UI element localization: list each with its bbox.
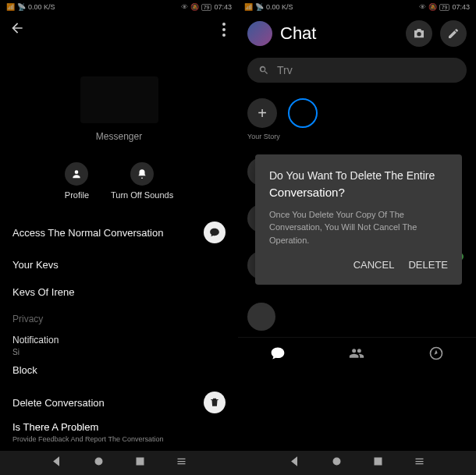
clock: 07:43 bbox=[452, 3, 470, 11]
chat-bubble-icon bbox=[204, 222, 226, 243]
my-avatar[interactable] bbox=[247, 21, 272, 46]
bell-icon bbox=[130, 162, 154, 186]
net-speed: 0.00 K/S bbox=[266, 3, 293, 11]
chat-item[interactable] bbox=[238, 296, 476, 337]
battery-icon: 79 bbox=[201, 4, 212, 11]
edit-button[interactable] bbox=[440, 20, 467, 47]
keys-of-row[interactable]: Kevs Of Irene bbox=[12, 278, 226, 306]
nav-chats[interactable] bbox=[270, 346, 286, 364]
left-screen: 📶 📡 0.00 K/S 👁 🔕 79 07:43 Messenger bbox=[0, 0, 238, 451]
add-story-button[interactable]: + bbox=[247, 98, 277, 128]
avatar bbox=[247, 303, 275, 331]
dialog-body: Once You Delete Your Copy Of The Convers… bbox=[269, 208, 448, 247]
app-label: Messenger bbox=[0, 131, 238, 142]
notification-row[interactable]: Notification Si bbox=[12, 332, 226, 356]
nav-recent[interactable] bbox=[134, 456, 146, 470]
svg-point-4 bbox=[333, 458, 340, 465]
status-bar: 📶 📡 0.00 K/S 👁 🔕 79 07:43 bbox=[0, 0, 238, 14]
your-story-label: Your Story bbox=[247, 133, 280, 140]
nav-discover[interactable] bbox=[428, 346, 444, 364]
more-options-button[interactable] bbox=[219, 19, 229, 40]
mute-icon: 🔕 bbox=[190, 3, 199, 11]
block-row[interactable]: Block bbox=[12, 356, 226, 384]
delete-button[interactable]: DELETE bbox=[408, 259, 448, 271]
access-conversation-row[interactable]: Access The Normal Conversation bbox=[12, 214, 226, 251]
your-keys-row[interactable]: Your Kevs bbox=[12, 251, 226, 278]
person-icon bbox=[65, 162, 88, 186]
report-problem-row[interactable]: Is There A Problem Provide Feedback And … bbox=[12, 421, 226, 443]
signal-icon: 📶 bbox=[6, 3, 15, 11]
svg-point-2 bbox=[95, 458, 102, 465]
system-nav bbox=[0, 451, 238, 475]
nav-back[interactable] bbox=[52, 456, 63, 470]
delete-dialog: Do You Want To Delete The Entire Convers… bbox=[255, 154, 462, 285]
svg-rect-5 bbox=[375, 458, 382, 465]
system-nav bbox=[238, 451, 476, 475]
battery-icon: 79 bbox=[439, 4, 450, 11]
dialog-title-line1: Do You Want To Delete The Entire bbox=[269, 168, 448, 184]
camera-button[interactable] bbox=[406, 20, 432, 47]
sounds-action[interactable]: Turn Off Sounds bbox=[111, 162, 173, 200]
status-bar: 📶 📡 0.00 K/S 👁 🔕 79 07:43 bbox=[238, 0, 476, 14]
eye-icon: 👁 bbox=[181, 3, 188, 11]
wifi-icon: 📡 bbox=[255, 3, 264, 11]
signal-icon: 📶 bbox=[244, 3, 253, 11]
right-screen: 📶 📡 0.00 K/S 👁 🔕 79 07:43 Chat Trv + bbox=[238, 0, 476, 451]
nav-menu[interactable] bbox=[176, 456, 187, 470]
net-speed: 0.00 K/S bbox=[28, 3, 55, 11]
trash-icon bbox=[204, 392, 226, 413]
story-item[interactable] bbox=[288, 98, 318, 128]
cancel-button[interactable]: CANCEL bbox=[353, 259, 395, 271]
nav-people[interactable] bbox=[349, 346, 364, 364]
profile-avatar bbox=[80, 76, 158, 123]
search-placeholder: Trv bbox=[277, 64, 293, 76]
nav-menu[interactable] bbox=[414, 456, 425, 470]
svg-point-0 bbox=[75, 170, 79, 174]
chat-list: 527 Do You Want To Delete The Entire Con… bbox=[238, 140, 476, 296]
svg-rect-3 bbox=[137, 458, 144, 465]
nav-back[interactable] bbox=[290, 456, 301, 470]
eye-icon: 👁 bbox=[419, 3, 426, 11]
search-icon bbox=[258, 65, 269, 76]
nav-home[interactable] bbox=[331, 456, 343, 470]
wifi-icon: 📡 bbox=[17, 3, 26, 11]
nav-recent[interactable] bbox=[372, 456, 384, 470]
clock: 07:43 bbox=[214, 3, 232, 11]
search-input[interactable]: Trv bbox=[247, 58, 467, 83]
privacy-header: Privacy bbox=[12, 306, 226, 332]
delete-conversation-row[interactable]: Delete Conversation bbox=[12, 384, 226, 421]
bottom-nav bbox=[238, 337, 476, 367]
page-title: Chat bbox=[280, 23, 398, 44]
dialog-title-line2: Conversation? bbox=[269, 186, 448, 199]
mute-icon: 🔕 bbox=[428, 3, 437, 11]
back-button[interactable] bbox=[9, 20, 25, 39]
nav-home[interactable] bbox=[93, 456, 105, 470]
profile-action[interactable]: Profile bbox=[65, 162, 89, 200]
